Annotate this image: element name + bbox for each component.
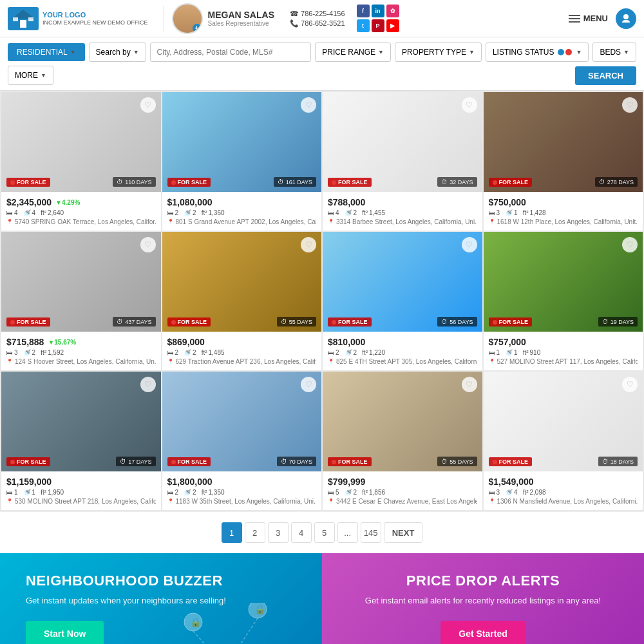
next-page-button[interactable]: NEXT <box>384 522 423 543</box>
favorite-button[interactable]: ♡ <box>462 377 477 392</box>
status-dot <box>493 320 497 325</box>
buzzer-title: NEIGHBOURHOOD BUZZER <box>26 573 296 589</box>
favorite-button[interactable]: ♡ <box>140 237 156 252</box>
listing-image: ♡ FOR SALE ⏱ 17 DAYS <box>1 372 161 471</box>
clock-icon: ⏱ <box>602 458 609 465</box>
favorite-button[interactable]: ♡ <box>301 237 316 252</box>
clock-icon: ⏱ <box>281 318 287 325</box>
listing-card[interactable]: ♡ FOR SALE ⏱ 55 DAYS $869,000 🛏 2 🚿 2 ft… <box>162 232 322 370</box>
favorite-button[interactable]: ♡ <box>462 97 477 113</box>
listing-card[interactable]: ♡ FOR SALE ⏱ 161 DAYS $1,080,000 🛏 2 🚿 2… <box>162 92 322 231</box>
page-button[interactable]: 5 <box>314 522 335 543</box>
youtube-icon[interactable]: ▶ <box>386 19 399 32</box>
days-on-market: ⏱ 19 DAYS <box>598 317 638 327</box>
days-on-market: ⏱ 70 DAYS <box>277 457 316 466</box>
svg-rect-3 <box>13 17 18 21</box>
listing-price: $1,159,000 <box>6 477 156 487</box>
pinterest-icon[interactable]: P <box>372 19 384 32</box>
listing-image: ♡ FOR SALE ⏱ 70 DAYS <box>162 372 322 471</box>
listing-price: $788,000 <box>328 197 477 207</box>
listing-specs: 🛏 4 🚿 2 ft² 1,455 <box>328 209 477 216</box>
for-sale-badge: FOR SALE <box>6 317 50 327</box>
for-sale-badge: FOR SALE <box>328 317 372 327</box>
listing-card[interactable]: ♡ FOR SALE ⏱ 18 DAYS $1,549,000 🛏 3 🚿 4 … <box>484 372 643 510</box>
listing-card[interactable]: ♡ FOR SALE ⏱ 19 DAYS $757,000 🛏 1 🚿 1 ft… <box>484 232 643 370</box>
listing-card[interactable]: ♡ FOR SALE ⏱ 32 DAYS $788,000 🛏 4 🚿 2 ft… <box>323 92 482 231</box>
bed-icon: 🛏 <box>489 349 495 356</box>
listing-card[interactable]: ♡ FOR SALE ⏱ 56 DAYS $810,000 🛏 2 🚿 2 ft… <box>323 232 482 370</box>
page-button[interactable]: ... <box>337 522 358 543</box>
listings-grid: ♡ FOR SALE ⏱ 110 DAYS $2,345,000 ▼4.29% … <box>0 91 644 511</box>
listing-price: $2,345,000 ▼4.29% <box>6 197 156 207</box>
clock-icon: ⏱ <box>602 318 609 325</box>
favorite-button[interactable]: ♡ <box>301 97 316 113</box>
bath-icon: 🚿 <box>23 489 31 496</box>
listing-card[interactable]: ♡ FOR SALE ⏱ 70 DAYS $1,800,000 🛏 2 🚿 2 … <box>162 372 322 510</box>
more-dropdown[interactable]: MORE ▼ <box>8 66 53 85</box>
status-dot <box>171 460 176 464</box>
listing-specs: 🛏 1 🚿 1 ft² 910 <box>489 349 638 356</box>
bath-icon: 🚿 <box>505 209 513 216</box>
add-avatar-button[interactable]: + <box>193 24 202 33</box>
listing-card[interactable]: ♡ FOR SALE ⏱ 437 DAYS $715,888 ▼15.67% 🛏… <box>1 232 161 370</box>
status-dot <box>332 180 336 185</box>
residential-dropdown[interactable]: RESIDENTIAL ▼ <box>8 43 85 61</box>
listing-card[interactable]: ♡ FOR SALE ⏱ 17 DAYS $1,159,000 🛏 1 🚿 1 … <box>1 372 161 510</box>
listing-price: $869,000 <box>167 337 317 347</box>
search-input[interactable] <box>150 43 312 62</box>
price-range-dropdown[interactable]: PRICE RANGE ▼ <box>315 43 391 62</box>
favorite-button[interactable]: ♡ <box>622 377 638 392</box>
header-right: MENU <box>569 8 636 29</box>
page-button[interactable]: 145 <box>361 522 381 543</box>
page-button[interactable]: 4 <box>291 522 312 543</box>
page-button[interactable]: 1 <box>222 522 242 543</box>
listing-specs: 🛏 2 🚿 2 ft² 1,485 <box>167 349 317 356</box>
linkedin-icon[interactable]: in <box>372 5 384 17</box>
favorite-button[interactable]: ♡ <box>301 377 316 392</box>
days-on-market: ⏱ 55 DAYS <box>437 457 477 466</box>
header: YOUR LOGO INCOM EXAMPLE NEW DEMO OFFICE … <box>0 0 644 37</box>
listing-card[interactable]: ♡ FOR SALE ⏱ 55 DAYS $799,999 🛏 5 🚿 2 ft… <box>323 372 482 510</box>
days-on-market: ⏱ 56 DAYS <box>437 317 477 327</box>
listing-address: 📍 530 MOLINO Street APT 218, Los Angeles… <box>6 498 156 505</box>
facebook-icon[interactable]: f <box>357 5 370 17</box>
listing-image: ♡ FOR SALE ⏱ 19 DAYS <box>484 232 643 332</box>
start-now-button[interactable]: Start Now <box>26 621 104 644</box>
user-icon[interactable] <box>616 8 636 29</box>
get-started-button[interactable]: Get Started <box>440 621 525 644</box>
listing-info: $810,000 🛏 2 🚿 2 ft² 1,220 📍 825 E 4TH S… <box>323 332 482 370</box>
listing-card[interactable]: ♡ FOR SALE ⏱ 278 DAYS $750,000 🛏 3 🚿 1 f… <box>484 92 643 231</box>
instagram-icon[interactable]: ✿ <box>386 5 399 17</box>
menu-button[interactable]: MENU <box>569 14 608 23</box>
days-on-market: ⏱ 437 DAYS <box>113 317 155 327</box>
beds-spec: 🛏 2 <box>167 209 179 216</box>
listing-card[interactable]: ♡ FOR SALE ⏱ 110 DAYS $2,345,000 ▼4.29% … <box>1 92 161 231</box>
sqft-spec: ft² 2,640 <box>41 209 64 216</box>
favorite-button[interactable]: ♡ <box>622 97 638 113</box>
favorite-button[interactable]: ♡ <box>140 377 156 392</box>
pin-icon: 📍 <box>328 359 334 365</box>
beds-dropdown[interactable]: BEDS ▼ <box>592 43 636 62</box>
favorite-button[interactable]: ♡ <box>462 237 477 252</box>
listing-address: 📍 825 E 4TH Street APT 305, Los Angeles,… <box>328 358 477 365</box>
property-type-dropdown[interactable]: PROPERTY TYPE ▼ <box>395 43 482 62</box>
pin-icon: 📍 <box>167 359 174 365</box>
sqft-spec: ft² 1,350 <box>202 489 225 496</box>
page-button[interactable]: 2 <box>245 522 265 543</box>
favorite-button[interactable]: ♡ <box>622 237 638 252</box>
area-icon: ft² <box>523 349 529 356</box>
favorite-button[interactable]: ♡ <box>140 97 156 113</box>
days-on-market: ⏱ 55 DAYS <box>277 317 316 327</box>
listing-specs: 🛏 4 🚿 4 ft² 2,640 <box>6 209 156 216</box>
listing-specs: 🛏 3 🚿 1 ft² 1,428 <box>489 209 638 216</box>
area-icon: ft² <box>362 349 368 356</box>
clock-icon: ⏱ <box>281 458 287 465</box>
listing-status-dropdown[interactable]: LISTING STATUS ▼ <box>486 43 589 62</box>
search-button[interactable]: SEARCH <box>575 66 636 85</box>
twitter-icon[interactable]: t <box>357 19 370 32</box>
page-button[interactable]: 3 <box>268 522 289 543</box>
baths-spec: 🚿 2 <box>184 489 196 496</box>
beds-spec: 🛏 4 <box>328 209 339 216</box>
agent-name: MEGAN SALAS <box>208 10 274 20</box>
search-by-dropdown[interactable]: Search by ▼ <box>89 43 146 62</box>
